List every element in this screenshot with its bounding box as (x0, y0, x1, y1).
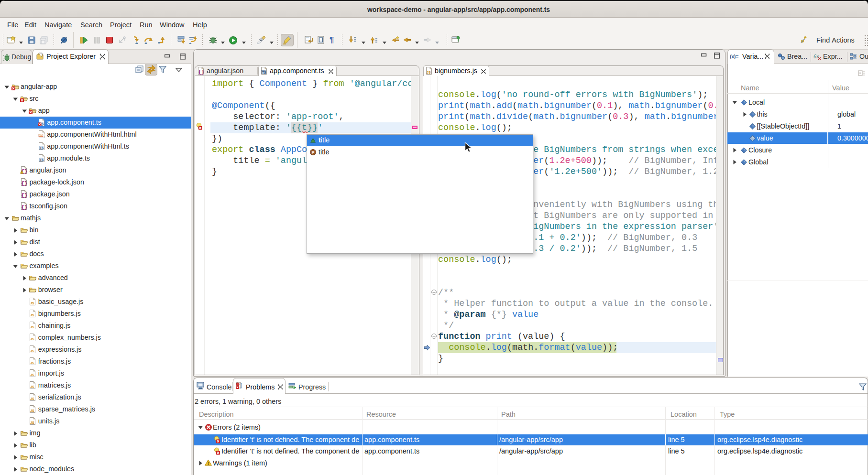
svg-text:JS: JS (30, 313, 34, 317)
svg-text:JS: JS (30, 302, 34, 305)
svg-text:JS: JS (30, 397, 34, 400)
svg-text:P: P (311, 150, 314, 155)
svg-text:JS: JS (427, 71, 431, 74)
svg-text:JS: JS (30, 325, 34, 329)
svg-text:JS: JS (30, 349, 34, 353)
svg-text:{}: {} (198, 69, 204, 75)
svg-text:TS: TS (262, 71, 266, 74)
svg-text:TS: TS (40, 158, 44, 162)
svg-text:{}: {} (21, 205, 27, 210)
svg-text:JS: JS (30, 337, 34, 341)
svg-text:HTML: HTML (39, 134, 45, 137)
svg-text:TS: TS (40, 146, 44, 150)
svg-text:{}: {} (21, 193, 27, 198)
svg-text:6x: 6x (813, 54, 819, 59)
svg-text:{}: {} (21, 181, 27, 186)
svg-text:JS: JS (30, 385, 34, 389)
svg-text:JS: JS (30, 361, 34, 365)
svg-text:JS: JS (30, 421, 34, 424)
svg-text:JS: JS (30, 409, 34, 412)
svg-text:JS: JS (30, 373, 34, 377)
